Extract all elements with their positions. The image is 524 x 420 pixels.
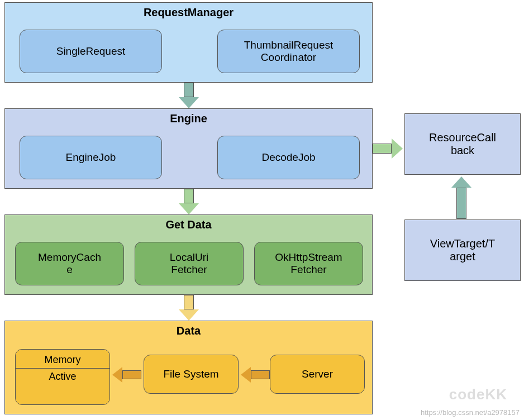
memory-label: Memory xyxy=(16,350,109,369)
request-manager-box: RequestManager SingleRequest ThumbnailRe… xyxy=(4,2,373,83)
get-data-title: Get Data xyxy=(5,215,372,237)
arrow-requestmanager-to-engine xyxy=(179,83,199,108)
arrow-viewtarget-to-resourcecallback xyxy=(451,176,471,219)
request-manager-title: RequestManager xyxy=(5,3,372,25)
url-watermark: https://blog.cssn.net/a2978157 xyxy=(421,408,520,417)
data-title: Data xyxy=(5,321,372,343)
arrow-filesystem-to-memory xyxy=(112,367,141,383)
decode-job-box: DecodeJob xyxy=(217,136,360,179)
okhttp-stream-fetcher-box: OkHttpStream Fetcher xyxy=(254,242,363,285)
arrow-getdata-to-data xyxy=(179,295,199,321)
get-data-box: Get Data MemoryCach e LocalUri Fetcher O… xyxy=(4,214,373,295)
server-box: Server xyxy=(270,355,365,394)
engine-box: Engine EngineJob DecodeJob xyxy=(4,108,373,189)
resource-callback-label: ResourceCall back xyxy=(429,131,496,157)
engine-job-box: EngineJob xyxy=(20,136,162,179)
local-uri-fetcher-box: LocalUri Fetcher xyxy=(135,242,244,285)
active-label: Active xyxy=(16,369,109,386)
resource-callback-box: ResourceCall back xyxy=(404,113,521,175)
single-request-box: SingleRequest xyxy=(20,30,162,73)
engine-title: Engine xyxy=(5,109,372,131)
memory-cache-box: MemoryCach e xyxy=(15,242,124,285)
memory-active-box: Memory Active xyxy=(15,349,110,405)
file-system-box: File System xyxy=(144,355,239,394)
thumbnail-request-coordinator-box: ThumbnailRequest Coordinator xyxy=(217,30,360,73)
data-box: Data Memory Active File System Server xyxy=(4,321,373,414)
arrow-engine-to-resourcecallback xyxy=(373,139,403,159)
arrow-engine-to-getdata xyxy=(179,189,199,214)
viewtarget-box: ViewTarget/T arget xyxy=(404,219,521,281)
arrow-server-to-filesystem xyxy=(241,367,270,383)
codekk-watermark: codeKK xyxy=(449,386,507,403)
viewtarget-label: ViewTarget/T arget xyxy=(430,237,495,263)
